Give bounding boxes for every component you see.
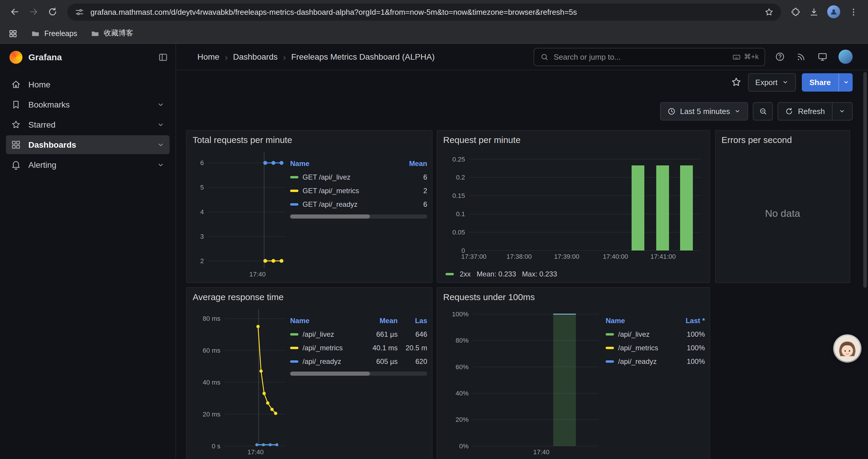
downloads-button[interactable] bbox=[809, 7, 819, 17]
legend-row[interactable]: /api/_livez661 µs646 bbox=[290, 327, 427, 341]
chart-average-response-time[interactable]: 80 ms60 ms40 ms20 ms0 s17:40 bbox=[191, 305, 289, 458]
sidebar-nav: HomeBookmarksStarredDashboardsAlerting bbox=[0, 70, 176, 175]
grafana-logo[interactable] bbox=[9, 51, 23, 64]
panel-title[interactable]: Errors per second bbox=[716, 131, 850, 145]
legend-row[interactable]: GET /api/_livez6 bbox=[290, 170, 427, 184]
chart-requests-under-100ms[interactable]: 100%80%60%40%20%0%17:40 bbox=[442, 305, 602, 458]
refresh-interval-menu[interactable] bbox=[838, 107, 845, 114]
share-button[interactable]: Share bbox=[802, 73, 838, 91]
search-input[interactable]: Search or jump to... ⌘+k bbox=[533, 47, 765, 66]
chevron-down-icon[interactable] bbox=[157, 121, 165, 129]
clock-icon bbox=[667, 107, 676, 116]
sidebar-toggle-icon[interactable] bbox=[158, 52, 168, 62]
refresh-icon bbox=[785, 107, 794, 116]
series-color-swatch bbox=[290, 360, 299, 362]
url-text[interactable]: grafana.mathmast.com/d/deytv4rwavabkb/fr… bbox=[90, 7, 758, 16]
legend-header-row: NameMean bbox=[290, 157, 427, 170]
extensions-button[interactable] bbox=[790, 7, 801, 17]
breadcrumb-home[interactable]: Home bbox=[197, 52, 219, 61]
sidebar-item-starred[interactable]: Starred bbox=[6, 115, 169, 134]
bookmark-label: 收藏博客 bbox=[104, 28, 133, 38]
panel-request-per-minute: Request per minute 0.250.20.150.10.05017… bbox=[437, 130, 710, 283]
time-range-picker[interactable]: Last 5 minutes bbox=[660, 102, 748, 120]
reload-button[interactable] bbox=[44, 3, 61, 21]
share-split-button: Share bbox=[802, 73, 852, 91]
series-color-swatch bbox=[290, 189, 299, 192]
svg-text:0.25: 0.25 bbox=[452, 156, 465, 163]
zoom-out-icon bbox=[759, 107, 768, 116]
favorite-star-button[interactable] bbox=[731, 76, 742, 88]
back-button[interactable] bbox=[6, 3, 24, 21]
svg-text:17:40:00: 17:40:00 bbox=[603, 253, 628, 260]
panel-title[interactable]: Request per minute bbox=[437, 131, 710, 145]
apps-grid-button[interactable] bbox=[8, 29, 18, 38]
legend-row[interactable]: /api/_readyz100% bbox=[606, 355, 705, 368]
address-bar[interactable]: grafana.mathmast.com/d/deytv4rwavabkb/fr… bbox=[67, 3, 781, 21]
svg-text:0 s: 0 s bbox=[212, 442, 220, 450]
forward-button[interactable] bbox=[25, 3, 42, 21]
legend-scrollbar[interactable] bbox=[290, 215, 427, 219]
chevron-down-icon[interactable] bbox=[157, 100, 165, 109]
series-max: Max: 0.233 bbox=[522, 270, 557, 278]
sidebar-item-bookmarks[interactable]: Bookmarks bbox=[6, 95, 169, 114]
chart-request-per-minute[interactable]: 0.250.20.150.10.05017:37:0017:38:0017:39… bbox=[442, 148, 705, 266]
svg-text:17:40: 17:40 bbox=[247, 448, 264, 456]
assistant-avatar[interactable] bbox=[834, 335, 860, 362]
svg-text:80%: 80% bbox=[456, 337, 469, 344]
menu-button[interactable] bbox=[848, 7, 859, 17]
legend-row[interactable]: GET /api/_readyz6 bbox=[290, 197, 427, 211]
breadcrumb-separator: › bbox=[225, 52, 228, 62]
export-button[interactable]: Export bbox=[748, 73, 796, 91]
series-color-swatch bbox=[606, 360, 614, 362]
panel-title[interactable]: Requests under 100ms bbox=[437, 288, 710, 302]
chevron-down-icon bbox=[734, 107, 741, 114]
legend-row[interactable]: /api/_metrics40.1 ms20.5 m bbox=[290, 341, 427, 355]
panel-title[interactable]: Average response time bbox=[187, 288, 432, 302]
zoom-out-button[interactable] bbox=[753, 102, 773, 120]
panel-average-response-time: Average response time 80 ms60 ms40 ms20 … bbox=[186, 287, 433, 459]
series-name[interactable]: 2xx bbox=[460, 270, 471, 278]
folder-icon bbox=[31, 29, 40, 38]
profile-button[interactable] bbox=[827, 5, 840, 18]
legend-row[interactable]: /api/_metrics100% bbox=[606, 341, 705, 355]
panel-errors-per-second: Errors per second No data bbox=[715, 130, 850, 283]
site-info-icon[interactable] bbox=[74, 7, 85, 17]
user-avatar[interactable] bbox=[838, 50, 852, 64]
bookmark-item[interactable]: 收藏博客 bbox=[90, 28, 133, 38]
sidebar-item-alerting[interactable]: Alerting bbox=[6, 155, 169, 174]
refresh-button[interactable]: Refresh bbox=[778, 102, 852, 120]
dashboard-actions-row: Export Share bbox=[176, 71, 868, 93]
chart-total-requests[interactable]: 6543217:40 bbox=[191, 148, 289, 280]
keyboard-icon bbox=[732, 52, 741, 61]
svg-text:4: 4 bbox=[200, 208, 204, 216]
share-menu-button[interactable] bbox=[838, 73, 852, 91]
sidebar-item-home[interactable]: Home bbox=[6, 75, 169, 94]
sidebar-item-label: Dashboards bbox=[28, 140, 76, 150]
news-button[interactable] bbox=[796, 52, 807, 62]
page-scrollbar[interactable] bbox=[863, 72, 867, 288]
series-color-swatch bbox=[606, 333, 614, 335]
legend-table: NameLast */api/_livez100%/api/_metrics10… bbox=[606, 314, 705, 368]
search-placeholder: Search or jump to... bbox=[554, 52, 727, 61]
legend-scrollbar[interactable] bbox=[290, 371, 427, 376]
panel-title[interactable]: Total requests per minute bbox=[187, 131, 432, 145]
chevron-down-icon[interactable] bbox=[157, 140, 165, 149]
display-button[interactable] bbox=[817, 52, 828, 62]
svg-text:17:40: 17:40 bbox=[249, 270, 266, 278]
bookmark-item[interactable]: Freeleaps bbox=[31, 29, 77, 38]
chevron-down-icon[interactable] bbox=[157, 161, 165, 169]
help-button[interactable] bbox=[775, 52, 785, 62]
svg-text:20%: 20% bbox=[456, 416, 469, 423]
bell-icon bbox=[11, 160, 21, 170]
bookmark-star-button[interactable] bbox=[764, 7, 774, 17]
dashboard-header: Home › Dashboards › Freeleaps Metrics Da… bbox=[176, 44, 868, 70]
svg-text:0.2: 0.2 bbox=[456, 174, 465, 181]
legend-row[interactable]: GET /api/_metrics2 bbox=[290, 184, 427, 197]
legend-row[interactable]: /api/_readyz605 µs620 bbox=[290, 355, 427, 368]
legend-row[interactable]: /api/_livez100% bbox=[606, 327, 705, 341]
svg-text:40 ms: 40 ms bbox=[203, 379, 220, 386]
sidebar-item-label: Bookmarks bbox=[28, 100, 70, 109]
breadcrumb-dashboards[interactable]: Dashboards bbox=[233, 52, 278, 61]
series-color-swatch bbox=[290, 176, 299, 178]
sidebar-item-dashboards[interactable]: Dashboards bbox=[6, 135, 169, 154]
